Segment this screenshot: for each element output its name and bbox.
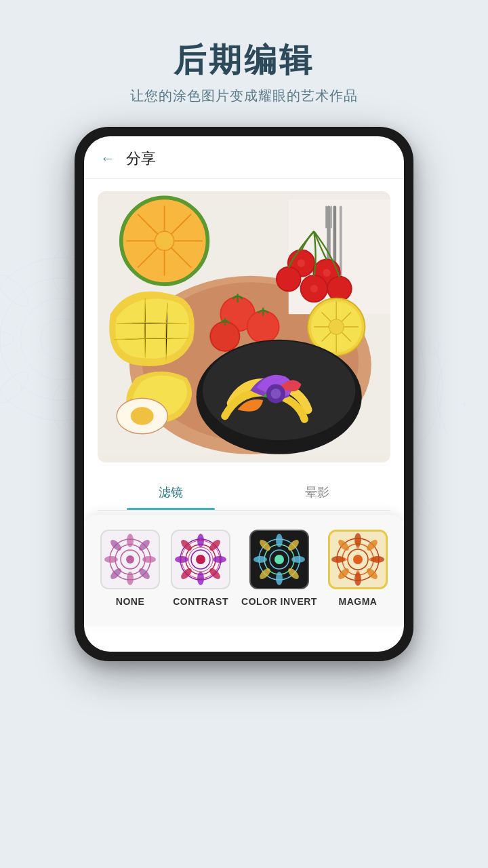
filter-item-magma[interactable]: MAGMA (328, 530, 388, 607)
filter-thumb-none (100, 530, 160, 589)
tabs-row: 滤镜 晕影 (98, 475, 390, 511)
phone-outer: ← 分享 (75, 127, 413, 661)
svg-point-34 (131, 407, 154, 425)
app-header: ← 分享 (84, 136, 404, 179)
svg-point-96 (253, 556, 267, 563)
filter-item-color-invert[interactable]: COLOR INVERT (241, 530, 317, 607)
svg-point-115 (356, 539, 360, 549)
page-content: 后期编辑 让您的涂色图片变成耀眼的艺术作品 ← 分享 (0, 0, 488, 661)
filter-label-color-invert: COLOR INVERT (241, 596, 317, 607)
svg-point-53 (328, 277, 351, 300)
svg-point-67 (127, 572, 134, 585)
filter-item-contrast[interactable]: CONTRAST (171, 530, 230, 607)
svg-point-95 (276, 572, 283, 585)
sub-title: 让您的涂色图片变成耀眼的艺术作品 (130, 87, 358, 105)
title-section: 后期编辑 让您的涂色图片变成耀眼的艺术作品 (130, 41, 358, 105)
svg-point-116 (356, 570, 360, 580)
filter-thumb-color-invert (249, 530, 309, 589)
svg-point-56 (329, 319, 344, 334)
svg-rect-26 (325, 205, 327, 228)
svg-rect-28 (331, 205, 332, 228)
svg-point-65 (126, 555, 134, 564)
svg-point-43 (298, 259, 305, 267)
svg-point-66 (127, 534, 134, 547)
filter-panel: NONE (84, 515, 404, 626)
svg-point-97 (291, 556, 305, 563)
svg-point-31 (155, 231, 174, 250)
main-title: 后期编辑 (130, 41, 358, 80)
filter-label-magma: MAGMA (338, 596, 377, 607)
filter-options-list: NONE (95, 530, 393, 607)
svg-point-69 (142, 556, 156, 563)
screen-title: 分享 (126, 149, 156, 169)
tab-shadow[interactable]: 晕影 (244, 475, 390, 510)
filter-item-none[interactable]: NONE (100, 530, 160, 607)
svg-point-106 (353, 555, 363, 564)
filter-label-contrast: CONTRAST (173, 596, 228, 607)
svg-point-38 (248, 311, 279, 342)
svg-point-68 (104, 556, 118, 563)
svg-point-118 (369, 557, 378, 561)
filter-thumb-contrast (171, 530, 230, 589)
svg-point-94 (276, 534, 283, 547)
svg-point-49 (310, 285, 318, 292)
tab-filter[interactable]: 滤镜 (98, 475, 244, 510)
svg-rect-27 (328, 205, 329, 228)
phone-screen: ← 分享 (84, 136, 404, 652)
svg-point-51 (277, 267, 300, 290)
fruit-artwork (98, 191, 390, 462)
phone-inner: ← 分享 (84, 136, 404, 652)
svg-point-93 (274, 555, 284, 564)
filter-label-none: NONE (116, 596, 144, 607)
svg-point-78 (196, 555, 205, 564)
svg-point-40 (211, 322, 239, 350)
back-button[interactable]: ← (100, 150, 115, 167)
svg-point-46 (323, 269, 330, 276)
svg-point-60 (270, 389, 281, 399)
filter-thumb-magma (328, 530, 388, 589)
svg-rect-25 (333, 205, 336, 263)
svg-point-117 (338, 557, 347, 561)
phone-mockup: ← 分享 (75, 127, 413, 661)
fruit-image-container (98, 191, 390, 462)
